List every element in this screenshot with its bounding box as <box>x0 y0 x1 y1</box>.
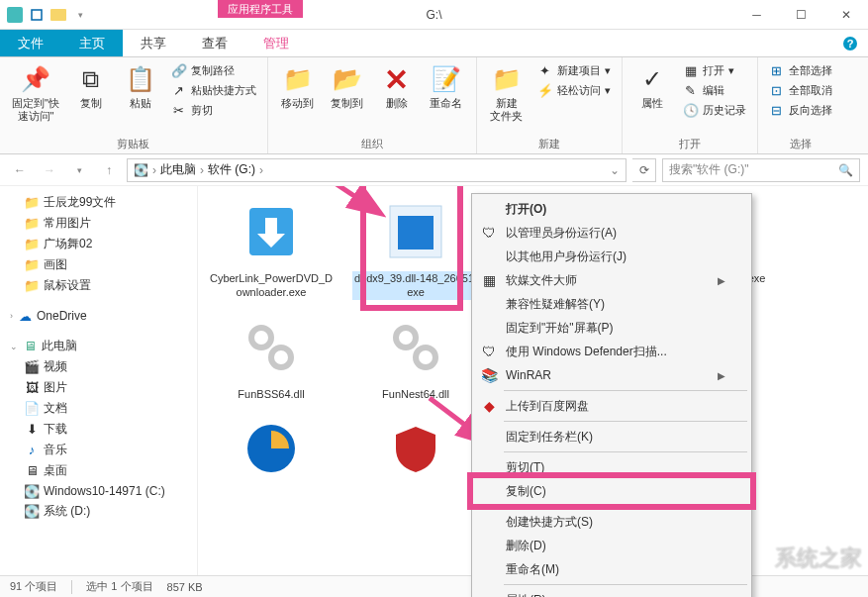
cm-create-shortcut[interactable]: 创建快捷方式(S) <box>474 510 749 534</box>
qat-dropdown-icon[interactable]: ▾ <box>71 6 89 24</box>
ribbon-group-open: ✓属性 ▦打开 ▾ ✎编辑 🕓历史记录 打开 <box>623 57 758 153</box>
copy-button[interactable]: ⧉复制 <box>69 61 113 112</box>
chevron-right-icon[interactable]: › <box>259 163 263 177</box>
edit-button[interactable]: ✎编辑 <box>680 81 749 99</box>
file-item[interactable] <box>208 413 335 484</box>
paste-button[interactable]: 📋粘贴 <box>119 61 162 112</box>
group-label-organize: 组织 <box>276 135 468 151</box>
cm-run-other[interactable]: 以其他用户身份运行(J) <box>474 245 749 268</box>
cut-button[interactable]: ✂剪切 <box>168 101 259 119</box>
pc-icon: 🖥 <box>22 339 38 354</box>
refresh-button[interactable]: ⟳ <box>632 158 656 182</box>
tab-home[interactable]: 主页 <box>61 30 123 56</box>
copy-path-button[interactable]: 🔗复制路径 <box>168 61 259 79</box>
tab-manage[interactable]: 管理 <box>245 30 307 56</box>
file-item[interactable]: FunNest64.dll <box>352 312 479 401</box>
file-item[interactable] <box>352 413 479 484</box>
cm-run-admin[interactable]: 🛡以管理员身份运行(A) <box>474 221 749 245</box>
copyto-icon: 📂 <box>332 63 363 95</box>
chevron-right-icon[interactable]: › <box>152 163 156 177</box>
cm-winrar[interactable]: 📚WinRAR▶ <box>474 363 749 387</box>
chevron-right-icon: ▶ <box>718 370 725 381</box>
properties-button[interactable]: ✓属性 <box>630 61 674 112</box>
tree-downloads[interactable]: ⬇下载 <box>0 419 197 440</box>
file-item[interactable]: CyberLink_PowerDVD_Downloader.exe <box>208 196 335 300</box>
tree-documents[interactable]: 📄文档 <box>0 398 197 419</box>
crumb-drive[interactable]: 软件 (G:) <box>208 161 255 178</box>
tab-view[interactable]: 查看 <box>184 30 245 56</box>
tree-desktop[interactable]: 🖥桌面 <box>0 460 197 481</box>
chevron-right-icon: ▶ <box>718 275 725 286</box>
chevron-right-icon[interactable]: › <box>200 163 204 177</box>
window-title: G:\ <box>426 8 441 22</box>
crumb-this-pc[interactable]: 此电脑 <box>160 161 196 178</box>
file-item-selected[interactable]: d3dx9_39.dll-148_26651.exe <box>352 196 479 300</box>
history-button[interactable]: 🕓历史记录 <box>680 101 749 119</box>
qat-newfolder-icon[interactable] <box>49 6 67 24</box>
tree-music[interactable]: ♪音乐 <box>0 440 197 460</box>
file-name: FunNest64.dll <box>382 387 449 401</box>
address-bar[interactable]: 💽 › 此电脑 › 软件 (G:) › ⌄ <box>127 158 627 182</box>
paste-shortcut-button[interactable]: ↗粘贴快捷方式 <box>168 81 259 99</box>
pin-quick-access-button[interactable]: 📌固定到"快 速访问" <box>8 61 63 125</box>
tab-file[interactable]: 文件 <box>0 30 61 56</box>
address-dropdown-icon[interactable]: ⌄ <box>610 163 620 177</box>
nav-up-button[interactable]: ↑ <box>97 158 121 182</box>
cm-pin-taskbar[interactable]: 固定到任务栏(K) <box>474 425 749 448</box>
tree-folder[interactable]: 📁壬辰龙99文件 <box>0 192 197 213</box>
cm-copy[interactable]: 复制(C) <box>474 479 749 503</box>
cm-open[interactable]: 打开(O) <box>474 197 749 221</box>
easy-access-button[interactable]: ⚡轻松访问 ▾ <box>534 81 614 99</box>
tree-folder[interactable]: 📁广场舞02 <box>0 234 197 254</box>
nav-back-button[interactable]: ← <box>8 158 32 182</box>
paste-icon: 📋 <box>125 63 156 95</box>
cm-properties[interactable]: 属性(R) <box>474 588 749 597</box>
tree-folder[interactable]: 📁画图 <box>0 254 197 275</box>
address-row: ← → ▾ ↑ 💽 › 此电脑 › 软件 (G:) › ⌄ ⟳ 搜索"软件 (G… <box>0 154 868 186</box>
nav-forward-button[interactable]: → <box>38 158 61 182</box>
quick-access-toolbar: ▾ <box>0 6 89 24</box>
cm-delete[interactable]: 删除(D) <box>474 534 749 557</box>
delete-button[interactable]: ✕删除 <box>375 61 419 112</box>
nav-recent-button[interactable]: ▾ <box>67 158 91 182</box>
tree-onedrive[interactable]: ›☁OneDrive <box>0 306 197 326</box>
history-icon: 🕓 <box>683 102 699 118</box>
tree-this-pc[interactable]: ⌄🖥此电脑 <box>0 336 197 356</box>
file-icon <box>232 196 311 267</box>
rename-button[interactable]: 📝重命名 <box>425 61 468 112</box>
select-none-button[interactable]: ⊡全部取消 <box>766 81 835 99</box>
move-to-button[interactable]: 📁移动到 <box>276 61 320 112</box>
tree-videos[interactable]: 🎬视频 <box>0 356 197 377</box>
new-item-button[interactable]: ✦新建项目 ▾ <box>534 61 614 79</box>
app-icon <box>6 6 24 24</box>
copy-to-button[interactable]: 📂复制到 <box>326 61 369 112</box>
cm-cut[interactable]: 剪切(T) <box>474 455 749 479</box>
open-button[interactable]: ▦打开 ▾ <box>680 61 749 79</box>
picture-icon: 🖼 <box>24 380 40 396</box>
nav-pane[interactable]: 📁壬辰龙99文件 📁常用图片 📁广场舞02 📁画图 📁鼠标设置 ›☁OneDri… <box>0 186 198 575</box>
search-input[interactable]: 搜索"软件 (G:)" 🔍 <box>662 158 860 182</box>
file-item[interactable]: FunBSS64.dll <box>208 312 335 401</box>
tree-drive-c[interactable]: 💽Windows10-14971 (C:) <box>0 481 197 501</box>
help-icon[interactable]: ? <box>842 30 858 56</box>
tree-folder[interactable]: 📁常用图片 <box>0 213 197 234</box>
drive-icon: 💽 <box>24 483 40 499</box>
cm-defender[interactable]: 🛡使用 Windows Defender扫描... <box>474 340 749 363</box>
close-button[interactable]: ✕ <box>823 0 868 30</box>
cm-ruanmei[interactable]: ▦软媒文件大师▶ <box>474 268 749 292</box>
invert-select-button[interactable]: ⊟反向选择 <box>766 101 835 119</box>
tab-share[interactable]: 共享 <box>123 30 184 56</box>
qat-properties-icon[interactable] <box>28 6 46 24</box>
tree-drive-d[interactable]: 💽系统 (D:) <box>0 501 197 522</box>
tree-folder[interactable]: 📁鼠标设置 <box>0 275 197 296</box>
maximize-button[interactable]: ☐ <box>779 0 823 30</box>
new-folder-button[interactable]: 📁新建 文件夹 <box>485 61 529 125</box>
select-all-button[interactable]: ⊞全部选择 <box>766 61 835 79</box>
cm-rename[interactable]: 重命名(M) <box>474 557 749 581</box>
minimize-button[interactable]: ─ <box>734 0 779 30</box>
cm-pin-start[interactable]: 固定到"开始"屏幕(P) <box>474 316 749 340</box>
cm-baidu[interactable]: ◆上传到百度网盘 <box>474 394 749 418</box>
cm-compat[interactable]: 兼容性疑难解答(Y) <box>474 292 749 316</box>
tree-pictures[interactable]: 🖼图片 <box>0 377 197 398</box>
easy-icon: ⚡ <box>537 82 553 98</box>
